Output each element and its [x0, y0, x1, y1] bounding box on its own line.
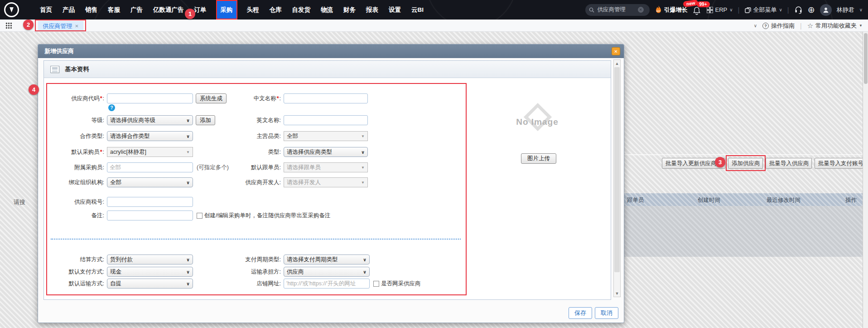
- tax-number-input[interactable]: [107, 197, 193, 207]
- form-row: 类型: 请选择供应商类型∨: [221, 147, 368, 157]
- dialog-scrollbar[interactable]: ▲ ▼: [613, 59, 621, 297]
- menu-logistics[interactable]: 物流: [320, 0, 334, 20]
- scroll-down-icon[interactable]: ▼: [614, 290, 620, 297]
- menu-settings[interactable]: 设置: [388, 0, 402, 20]
- add-supplier-dialog: 新增供应商 ✕ 基本资料 供应商代码*: 系统生成 ? 等级: 请选择供应商等级…: [38, 44, 624, 323]
- tab-list-chevron-icon[interactable]: ∨: [754, 23, 757, 28]
- form-row: 绑定组织机构: 全部∨: [44, 177, 193, 187]
- merchandiser-combo[interactable]: 请选择跟单员▼: [284, 162, 368, 172]
- top-right-tools: ✕ HOT 引爆增长 new 99+ ERP ∨ | 全部菜单 ∨ | ⊕ 林静…: [585, 0, 863, 20]
- favorites-label: 常用功能收藏夹: [815, 22, 857, 30]
- field-label: 中文名称*:: [221, 95, 281, 103]
- fire-icon: HOT: [655, 5, 662, 15]
- annotation-step-4: 4: [29, 84, 39, 95]
- page-background: 请搜 批量导入更新供应商 添加供应商 批量导入供应商 批量导入支付账号 跟单员 …: [0, 32, 868, 328]
- menu-home[interactable]: 首页: [39, 0, 53, 20]
- org-select[interactable]: 全部∨: [107, 177, 193, 187]
- payment-method-select[interactable]: 现金∨: [107, 267, 193, 277]
- avatar[interactable]: [820, 4, 832, 16]
- add-level-button[interactable]: 添加: [196, 115, 215, 125]
- chevron-down-icon: ∨: [779, 7, 782, 12]
- field-label: 附属采购员:: [44, 164, 104, 171]
- field-label: 主营品类:: [221, 132, 281, 140]
- add-supplier-button[interactable]: 添加供应商: [728, 158, 763, 169]
- chinese-name-input[interactable]: [284, 93, 368, 103]
- dialog-header[interactable]: 新增供应商 ✕: [38, 44, 624, 58]
- all-menu-label: 全部菜单: [753, 6, 777, 14]
- scroll-up-icon[interactable]: ▲: [614, 60, 620, 67]
- menu-cloud-bi[interactable]: 云BI: [410, 0, 424, 20]
- level-select[interactable]: 请选择供应商等级∨: [107, 115, 193, 125]
- help-icon[interactable]: ?: [108, 104, 115, 111]
- user-name[interactable]: 林静君: [837, 6, 854, 14]
- main-category-combo[interactable]: 全部▼: [284, 131, 368, 141]
- scrollbar-thumb[interactable]: [614, 67, 620, 272]
- erp-switcher[interactable]: ERP ∨: [707, 6, 733, 13]
- remark-carry-checkbox[interactable]: [197, 213, 203, 219]
- chevron-down-icon: ∨: [186, 281, 190, 286]
- sub-buyer-input[interactable]: [107, 162, 193, 172]
- growth-link[interactable]: HOT 引爆增长 new: [655, 5, 688, 15]
- batch-import-payment-accounts-button[interactable]: 批量导入支付账号: [815, 158, 866, 169]
- batch-import-suppliers-button[interactable]: 批量导入供应商: [766, 158, 812, 169]
- menu-orders[interactable]: 订单: [193, 0, 207, 20]
- supplier-type-select[interactable]: 请选择供应商类型∨: [284, 147, 368, 157]
- shop-url-input[interactable]: [284, 279, 370, 289]
- chevron-down-icon: ∨: [363, 269, 366, 274]
- favorites-menu[interactable]: ☆ 常用功能收藏夹 ▼: [807, 22, 863, 30]
- svg-text:HOT: HOT: [656, 10, 661, 12]
- notifications[interactable]: 99+: [693, 5, 702, 15]
- menu-purchase-active[interactable]: 采购: [216, 0, 237, 20]
- global-search[interactable]: ✕: [585, 4, 650, 16]
- language-icon[interactable]: ⊕: [808, 5, 815, 14]
- tab-label: 供应商管理: [43, 22, 72, 30]
- menu-yishutong-ads[interactable]: 亿数通广告: [152, 0, 185, 20]
- menu-service[interactable]: 客服: [107, 0, 121, 20]
- clear-search-icon[interactable]: ✕: [638, 7, 644, 13]
- chevron-down-icon[interactable]: ∨: [859, 7, 863, 12]
- close-dialog-icon[interactable]: ✕: [612, 47, 620, 55]
- field-label: 默认跟单员:: [221, 164, 281, 171]
- menu-self-delivery[interactable]: 自发货: [291, 0, 312, 20]
- menu-product[interactable]: 产品: [62, 0, 76, 20]
- developer-combo[interactable]: 请选择开发人▼: [284, 177, 368, 187]
- global-search-input[interactable]: [597, 6, 636, 14]
- top-navigation: 首页 产品 销售 客服 广告 亿数通广告 订单 采购 头程 仓库 自发货 物流 …: [0, 0, 868, 20]
- app-logo: [4, 2, 19, 17]
- field-label: 类型:: [221, 148, 281, 156]
- star-icon: ☆: [807, 22, 813, 30]
- operation-guide[interactable]: ? 操作指南: [762, 22, 795, 30]
- apps-menu-icon[interactable]: [5, 22, 12, 29]
- tab-supplier-management[interactable]: 供应商管理 ✕: [38, 21, 83, 31]
- supplier-code-input[interactable]: [107, 93, 193, 103]
- supplier-table-rows: [621, 206, 868, 257]
- menu-finance[interactable]: 财务: [342, 0, 357, 20]
- cancel-button[interactable]: 取消: [595, 307, 618, 319]
- menu-ads[interactable]: 广告: [130, 0, 144, 20]
- menu-reports[interactable]: 报表: [365, 0, 379, 20]
- shipping-method-select[interactable]: 自提∨: [107, 279, 193, 289]
- english-name-input[interactable]: [284, 115, 368, 125]
- bell-icon: [693, 6, 701, 15]
- menu-sales[interactable]: 销售: [84, 0, 98, 20]
- default-buyer-combo[interactable]: acrylic[林静君]▼: [107, 147, 193, 157]
- chevron-down-icon: ∨: [186, 134, 190, 139]
- menu-warehouse[interactable]: 仓库: [269, 0, 283, 20]
- freight-bearer-select[interactable]: 供应商∨: [284, 267, 370, 277]
- coop-type-select[interactable]: 请选择合作类型∨: [107, 131, 193, 141]
- form-row: 备注: 创建/编辑采购单时，备注随供应商带出至采购备注: [44, 211, 330, 220]
- web-supplier-checkbox[interactable]: [373, 281, 379, 287]
- menu-first-leg[interactable]: 头程: [246, 0, 260, 20]
- settlement-select[interactable]: 货到付款∨: [107, 255, 193, 264]
- all-menu[interactable]: 全部菜单 ∨: [745, 6, 782, 14]
- pay-cycle-select[interactable]: 请选择支付周期类型∨: [284, 255, 370, 264]
- headset-icon[interactable]: [794, 5, 803, 14]
- person-icon: [823, 7, 829, 13]
- save-button[interactable]: 保存: [569, 307, 592, 319]
- close-tab-icon[interactable]: ✕: [75, 24, 78, 29]
- upload-image-button[interactable]: 图片上传: [521, 153, 556, 164]
- remark-input[interactable]: [107, 211, 193, 220]
- page-scrollbar[interactable]: [863, 32, 868, 328]
- scrollbar-thumb[interactable]: [864, 33, 868, 84]
- guide-label: 操作指南: [771, 22, 795, 30]
